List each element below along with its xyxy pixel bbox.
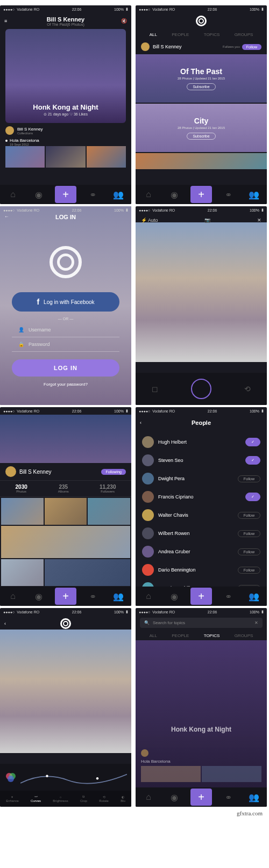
following-button[interactable]: ✓	[245, 456, 260, 465]
person-row[interactable]: Dario BenningtonFollow	[136, 561, 267, 579]
shutter-button[interactable]	[191, 379, 211, 399]
tab-home[interactable]: ⌂	[3, 185, 23, 204]
tab-add[interactable]: +	[55, 186, 76, 203]
person-name: Dario Bennington	[158, 567, 196, 573]
sound-icon[interactable]: 🔇	[121, 18, 127, 24]
username-field[interactable]: 👤Username	[12, 323, 119, 337]
topic-banner[interactable]: City 28 Photos | Updated 21 Ian 2015 Sub…	[136, 104, 267, 152]
screen-profile: ●●●●○Vodafone RO22:06100%▮ Bill S Kenney…	[0, 407, 131, 606]
tab-add[interactable]: +	[190, 789, 212, 806]
tab-discover[interactable]: ⚭	[218, 185, 238, 204]
subscribe-button[interactable]: Subscribe	[187, 133, 215, 140]
collection-item[interactable]: Hola Barcelona	[10, 138, 39, 143]
back-icon[interactable]: ‹	[140, 420, 141, 425]
tab-eye[interactable]: ◉	[29, 587, 48, 606]
stat-photos[interactable]: 2030Photos	[16, 484, 27, 493]
tab-groups[interactable]: GROUPS	[235, 633, 253, 638]
following-button[interactable]: Following	[101, 469, 126, 475]
tab-discover[interactable]: ⚭	[218, 587, 238, 606]
tab-home[interactable]: ⌂	[3, 587, 23, 606]
follow-button[interactable]: Follow	[238, 548, 260, 555]
tab-discover[interactable]: ⚭	[83, 185, 102, 204]
tab-discover[interactable]: ⚭	[218, 787, 238, 807]
avatar	[142, 473, 154, 484]
collection-author[interactable]: Bill S Kenney Collections	[0, 123, 131, 138]
follow-button[interactable]: Follow	[238, 530, 260, 537]
tab-topics[interactable]: TOPICS	[204, 32, 220, 37]
curve-graph[interactable]	[20, 765, 127, 789]
tab-eye[interactable]: ◉	[165, 787, 184, 807]
channels-icon[interactable]	[4, 771, 17, 784]
tool-curves[interactable]: 〰Curves	[31, 795, 41, 802]
stat-followers[interactable]: 11,230Followers	[100, 484, 116, 493]
person-row[interactable]: Dwight PeraFollow	[136, 469, 267, 488]
thumbnail[interactable]	[5, 146, 45, 168]
tab-people[interactable]: PEOPLE	[172, 633, 189, 638]
tab-home[interactable]: ⌂	[139, 787, 158, 807]
person-row[interactable]: Steven Seo✓	[136, 451, 267, 469]
tab-groups[interactable]: GROUPS	[235, 32, 253, 37]
password-field[interactable]: 🔒Password	[12, 337, 119, 352]
user-row[interactable]: Bill S Kenney Follows youFollow	[136, 40, 267, 53]
tab-eye[interactable]: ◉	[165, 587, 184, 606]
photo-thumb[interactable]	[1, 559, 44, 586]
camera-viewfinder	[136, 222, 267, 362]
menu-icon[interactable]: ≡	[4, 18, 7, 24]
tab-people[interactable]: 👥	[244, 185, 264, 204]
photo-thumb[interactable]	[45, 498, 87, 525]
follow-button[interactable]: Follow	[238, 512, 260, 519]
follow-button[interactable]: Follow	[238, 567, 260, 574]
stat-albums[interactable]: 235Albums	[58, 484, 69, 493]
tab-topics[interactable]: TOPICS	[204, 633, 220, 638]
tab-all[interactable]: ALL	[150, 32, 157, 37]
tab-all[interactable]: ALL	[150, 633, 157, 638]
photo-thumb[interactable]	[88, 498, 130, 525]
tab-home[interactable]: ⌂	[139, 587, 158, 606]
photo-thumb[interactable]	[1, 526, 130, 558]
tool-brightness[interactable]: ☼Brightness	[53, 795, 68, 802]
tab-discover[interactable]: ⚭	[83, 587, 102, 606]
close-icon[interactable]: ✕	[257, 218, 261, 223]
gallery-icon[interactable]: ◻	[152, 385, 158, 393]
subscribe-button[interactable]: Subscribe	[187, 83, 215, 90]
tab-add[interactable]: +	[190, 186, 212, 203]
facebook-login-button[interactable]: fLog in with Facebook	[12, 292, 119, 312]
thumbnail[interactable]	[46, 146, 85, 168]
tool-blur[interactable]: ◐Blu	[121, 795, 125, 802]
tab-add[interactable]: +	[190, 588, 212, 605]
person-row[interactable]: Hugh Helbert✓	[136, 433, 267, 451]
tool-rotate[interactable]: ⟲Rotate	[99, 795, 109, 802]
topic-banner[interactable]: Of The Past 28 Photos | Updated 21 Ian 2…	[136, 54, 267, 103]
thumbnail[interactable]	[87, 146, 126, 168]
forgot-password-link[interactable]: Forgot your password?	[44, 382, 88, 387]
following-button[interactable]: ✓	[245, 493, 260, 501]
person-row[interactable]: Francis Cipriano✓	[136, 488, 267, 506]
photo-card[interactable]: Honk Kong at Night ⊙ 21 days ago ♡ 36 Li…	[5, 29, 126, 123]
tab-people[interactable]: 👥	[109, 185, 128, 204]
search-input[interactable]: 🔍Search for topics✕	[140, 618, 263, 628]
back-icon[interactable]: ‹	[4, 621, 6, 626]
person-row[interactable]: Walter ChavisFollow	[136, 506, 267, 524]
tab-home[interactable]: ⌂	[139, 185, 158, 204]
tab-add[interactable]: +	[55, 588, 76, 605]
tab-eye[interactable]: ◉	[29, 185, 48, 204]
person-row[interactable]: Wilbert RowenFollow	[136, 524, 267, 542]
camera-icon[interactable]: 📷	[204, 218, 210, 223]
tool-crop[interactable]: ⧉Crop	[80, 795, 87, 802]
clear-icon[interactable]: ✕	[254, 620, 258, 625]
follow-button[interactable]: Follow	[242, 44, 261, 50]
person-row[interactable]: Andrea GruberFollow	[136, 542, 267, 561]
tab-eye[interactable]: ◉	[165, 185, 184, 204]
tool-enhance[interactable]: ✦Enhance	[6, 795, 19, 802]
follow-button[interactable]: Follow	[238, 475, 260, 482]
photo-thumb[interactable]	[45, 559, 130, 586]
tab-people[interactable]: 👥	[244, 787, 264, 807]
tab-people[interactable]: 👥	[244, 587, 264, 606]
login-button[interactable]: LOG IN	[12, 359, 119, 377]
photo-thumb[interactable]	[1, 498, 44, 525]
switch-camera-icon[interactable]: ⟲	[244, 385, 251, 393]
tab-people[interactable]: PEOPLE	[172, 32, 189, 37]
following-button[interactable]: ✓	[245, 438, 260, 446]
tab-people[interactable]: 👥	[109, 587, 128, 606]
flash-toggle[interactable]: ⚡ Auto	[141, 218, 158, 223]
